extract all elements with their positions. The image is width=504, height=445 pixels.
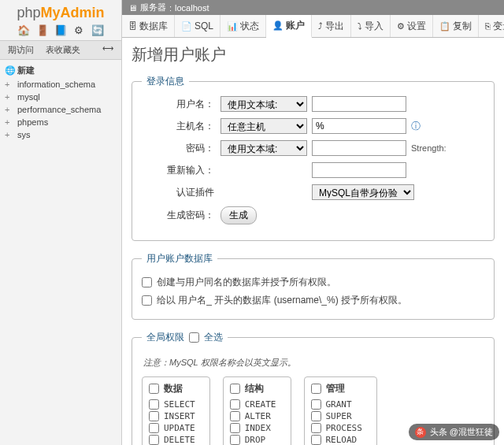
collapse-icon[interactable]: ⟷ bbox=[98, 43, 118, 54]
favorites-tab[interactable]: 表收藏夹 bbox=[41, 43, 85, 57]
struct-all-checkbox[interactable] bbox=[230, 384, 240, 394]
createdb-label: 创建与用户同名的数据库并授予所有权限。 bbox=[157, 276, 336, 289]
home-icon[interactable]: 🏠 bbox=[17, 24, 30, 37]
login-fieldset: 登录信息 用户名： 使用文本域: 主机名： 任意主机 ⓘ 密码： 使用文本域: … bbox=[132, 75, 495, 241]
content: 新增用户账户 登录信息 用户名： 使用文本域: 主机名： 任意主机 ⓘ 密码： … bbox=[122, 38, 504, 445]
expand-icon: + bbox=[5, 117, 14, 127]
db-icon: 🗄 bbox=[128, 21, 137, 31]
priv-checkbox[interactable] bbox=[311, 399, 321, 410]
db-item[interactable]: +mysql bbox=[2, 91, 120, 103]
username-label: 用户名： bbox=[142, 98, 220, 111]
db-item[interactable]: +sys bbox=[2, 128, 120, 141]
logout-icon[interactable]: 🚪 bbox=[36, 24, 49, 37]
priv-note: 注意：MySQL 权限名称会以英文显示。 bbox=[143, 357, 483, 369]
password-label: 密码： bbox=[142, 142, 220, 155]
priv-checkbox[interactable] bbox=[230, 423, 240, 433]
import-icon: ⤵ bbox=[358, 21, 362, 31]
password-select[interactable]: 使用文本域: bbox=[220, 140, 307, 156]
retype-input[interactable] bbox=[312, 162, 406, 178]
auth-label: 认证插件 bbox=[142, 186, 220, 199]
tab-accounts[interactable]: 👤账户 bbox=[266, 15, 312, 38]
logo: phpMyAdmin bbox=[0, 3, 121, 21]
priv-checkbox[interactable] bbox=[230, 399, 240, 410]
dbpriv-legend: 用户账户数据库 bbox=[142, 252, 217, 265]
data-all-checkbox[interactable] bbox=[149, 384, 159, 394]
new-db[interactable]: 🌐新建 bbox=[2, 63, 120, 78]
priv-checkbox[interactable] bbox=[149, 411, 159, 421]
priv-admin: 管理 GRANT SUPER PROCESS RELOAD bbox=[304, 376, 377, 445]
sidebar-tabs: 期访问 表收藏夹 ⟷ bbox=[0, 40, 121, 60]
priv-checkbox[interactable] bbox=[149, 435, 159, 445]
db-tree: 🌐新建 +information_schema +mysql +performa… bbox=[0, 60, 121, 144]
status-icon: 📊 bbox=[227, 21, 238, 32]
gear-icon: ⚙ bbox=[397, 21, 405, 32]
expand-icon: + bbox=[5, 130, 14, 139]
priv-checkbox[interactable] bbox=[149, 423, 159, 433]
tab-variables[interactable]: ⎘变量 bbox=[479, 15, 504, 37]
expand-icon: + bbox=[5, 80, 14, 89]
page-title: 新增用户账户 bbox=[132, 44, 495, 65]
retype-label: 重新输入： bbox=[142, 164, 220, 177]
db-item[interactable]: +information_schema bbox=[2, 78, 120, 91]
priv-checkbox[interactable] bbox=[230, 435, 240, 445]
expand-icon: + bbox=[5, 105, 14, 114]
selectall-checkbox[interactable] bbox=[189, 332, 199, 343]
generate-button[interactable]: 生成 bbox=[220, 206, 257, 224]
settings-icon[interactable]: ⚙ bbox=[72, 24, 85, 37]
sidebar-toolbar: 🏠 🚪 📘 ⚙ 🔄 bbox=[0, 21, 121, 40]
createdb-checkbox[interactable] bbox=[142, 277, 152, 287]
server-icon: 🖥 bbox=[128, 3, 137, 13]
auth-select[interactable]: MySQL自带身份验证 bbox=[312, 184, 414, 200]
admin-all-checkbox[interactable] bbox=[311, 384, 321, 394]
hostname-label: 主机名： bbox=[142, 120, 220, 133]
priv-checkbox[interactable] bbox=[311, 411, 321, 421]
login-legend: 登录信息 bbox=[142, 75, 189, 88]
strength-label: Strength: bbox=[411, 143, 447, 153]
expand-icon: + bbox=[5, 92, 14, 102]
username-select[interactable]: 使用文本域: bbox=[220, 96, 307, 112]
tab-settings[interactable]: ⚙设置 bbox=[391, 15, 433, 37]
genpw-label: 生成密码： bbox=[142, 209, 220, 222]
tab-status[interactable]: 📊状态 bbox=[220, 15, 266, 37]
tab-import[interactable]: ⤵导入 bbox=[351, 15, 391, 37]
watermark-icon: 条 bbox=[415, 427, 426, 438]
wildcard-label: 给以 用户名_ 开头的数据库 (username\_%) 授予所有权限。 bbox=[157, 294, 407, 307]
top-tabs: 🗄数据库 📄SQL 📊状态 👤账户 ⤴导出 ⤵导入 ⚙设置 📋复制 ⎘变量 bbox=[122, 15, 504, 38]
watermark: 条 头条 @混世狂徒 bbox=[409, 424, 499, 440]
sidebar: phpMyAdmin 🏠 🚪 📘 ⚙ 🔄 期访问 表收藏夹 ⟷ 🌐新建 +inf… bbox=[0, 0, 122, 445]
tab-replication[interactable]: 📋复制 bbox=[433, 15, 479, 37]
recent-tab[interactable]: 期访问 bbox=[3, 43, 39, 57]
sql-icon: 📄 bbox=[181, 21, 192, 32]
global-legend: 全局权限 全选 bbox=[142, 331, 228, 344]
priv-checkbox[interactable] bbox=[311, 435, 321, 445]
main: 🖥 服务器: localhost 🗄数据库 📄SQL 📊状态 👤账户 ⤴导出 ⤵… bbox=[122, 0, 504, 445]
db-item[interactable]: +performance_schema bbox=[2, 103, 120, 116]
reload-icon[interactable]: 🔄 bbox=[91, 24, 104, 37]
server-name[interactable]: localhost bbox=[175, 3, 209, 13]
plus-icon: 🌐 bbox=[5, 65, 14, 76]
dbpriv-fieldset: 用户账户数据库 创建与用户同名的数据库并授予所有权限。 给以 用户名_ 开头的数… bbox=[132, 252, 495, 320]
password-input[interactable] bbox=[312, 140, 406, 156]
docs-icon[interactable]: 📘 bbox=[54, 24, 67, 37]
tab-export[interactable]: ⤴导出 bbox=[312, 15, 351, 37]
priv-structure: 结构 CREATE ALTER INDEX DROP bbox=[223, 376, 291, 445]
tab-sql[interactable]: 📄SQL bbox=[175, 15, 220, 37]
user-icon: 👤 bbox=[272, 20, 284, 31]
hostname-input[interactable] bbox=[312, 118, 406, 134]
db-item[interactable]: +phpems bbox=[2, 116, 120, 128]
priv-checkbox[interactable] bbox=[311, 423, 321, 433]
priv-checkbox[interactable] bbox=[230, 411, 240, 421]
copy-icon: 📋 bbox=[439, 21, 450, 32]
priv-checkbox[interactable] bbox=[149, 399, 159, 410]
username-input[interactable] bbox=[312, 96, 406, 112]
hostname-select[interactable]: 任意主机 bbox=[220, 118, 307, 134]
vars-icon: ⎘ bbox=[485, 21, 491, 31]
wildcard-checkbox[interactable] bbox=[142, 295, 152, 306]
priv-data: 数据 SELECT INSERT UPDATE DELETE bbox=[142, 376, 210, 445]
tab-databases[interactable]: 🗄数据库 bbox=[122, 15, 175, 37]
selectall-link[interactable]: 全选 bbox=[204, 331, 223, 344]
help-icon[interactable]: ⓘ bbox=[411, 120, 421, 133]
export-icon: ⤴ bbox=[318, 21, 323, 31]
server-label: 服务器 bbox=[140, 2, 166, 13]
server-bar: 🖥 服务器: localhost bbox=[122, 0, 504, 15]
